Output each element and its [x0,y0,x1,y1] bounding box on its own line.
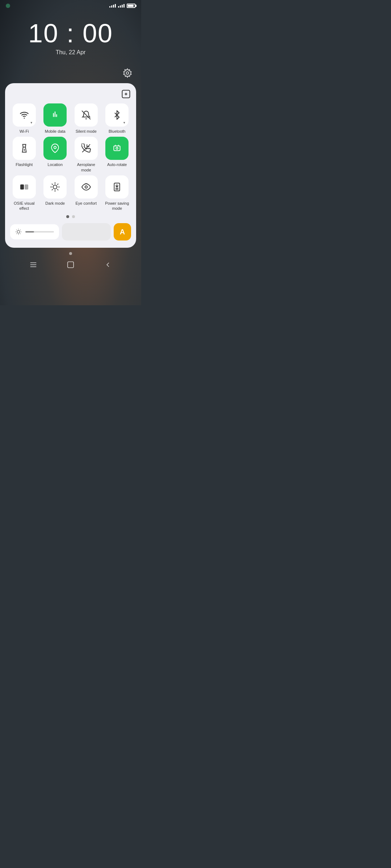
svg-line-18 [52,190,53,190]
svg-rect-10 [25,184,28,190]
svg-point-8 [116,148,118,149]
settings-icon-area [0,63,141,83]
wifi-button[interactable]: ▼ [13,103,36,127]
tile-power-saving: Power saving mode [103,175,131,211]
panel-edit-area [10,89,131,99]
battery-fill [128,5,134,7]
dark-mode-button[interactable] [43,175,67,199]
control-panel: ▼ Wi-Fi Mobile data Silent mode [5,83,136,248]
signal-bar [109,6,110,8]
tile-auto-rotate: Auto-rotate [103,137,131,173]
flashlight-label: Flashlight [16,162,33,167]
signal-bars-1 [109,4,116,8]
mobile-data-button[interactable] [43,103,67,127]
tile-silent-mode: Silent mode [72,103,100,134]
tile-location: Location [41,137,70,173]
brightness-icon [15,229,22,235]
eye-comfort-label: Eye comfort [75,201,97,206]
signal-bar [113,5,114,8]
silent-mode-button[interactable] [75,103,98,127]
bottom-controls: A [10,223,131,241]
settings-icon[interactable] [121,67,134,80]
eye-comfort-button[interactable] [75,175,98,199]
location-button[interactable] [43,137,67,160]
tile-wifi: ▼ Wi-Fi [10,103,38,134]
menu-button[interactable] [29,261,37,270]
svg-line-14 [52,184,53,184]
svg-point-11 [53,185,57,189]
tile-bluetooth: ▼ Bluetooth [103,103,131,134]
svg-point-20 [85,186,88,188]
page-dot-2 [72,215,75,218]
osie-label: OSIE visual effect [10,201,38,211]
bluetooth-label: Bluetooth [109,129,125,134]
back-button[interactable] [104,261,112,270]
mobile-data-label: Mobile data [45,129,66,134]
clock-date: Thu, 22 Apr [0,49,141,56]
battery-icon [127,4,135,8]
aeroplane-label: Aeroplane mode [73,162,99,173]
tile-eye-comfort: Eye comfort [72,175,100,211]
signal-bar [115,4,116,8]
tile-flashlight: Flashlight [10,137,38,173]
silent-mode-label: Silent mode [76,129,97,134]
status-icons [109,4,135,8]
signal-bar [122,5,123,8]
bluetooth-button[interactable]: ▼ [105,103,129,127]
signal-bars-2 [118,4,125,8]
brightness-fill [25,231,34,233]
power-saving-button[interactable] [105,175,129,199]
bt-dropdown-arrow: ▼ [123,121,126,124]
tile-aeroplane: Aeroplane mode [72,137,100,173]
svg-line-3 [82,111,91,119]
svg-point-25 [17,231,20,234]
page-dots [10,215,131,218]
clock-time: 10 : 00 [0,20,141,46]
status-bar [0,0,141,9]
location-label: Location [47,162,63,167]
svg-line-33 [20,230,21,230]
flashlight-button[interactable] [13,137,36,160]
svg-rect-9 [20,184,24,190]
tile-osie: OSIE visual effect [10,175,38,211]
auto-rotate-button[interactable] [105,137,129,160]
camera-indicator [6,4,10,8]
svg-line-32 [16,234,17,234]
tile-mobile-data: Mobile data [41,103,70,134]
wifi-dropdown-arrow: ▼ [30,121,33,124]
auto-rotate-label: Auto-rotate [107,162,127,167]
osie-button[interactable] [13,175,36,199]
wifi-label: Wi-Fi [20,129,29,134]
signal-bar [120,5,121,8]
edit-button[interactable] [121,89,131,99]
quick-tiles-grid: ▼ Wi-Fi Mobile data Silent mode [10,103,131,211]
signal-bar [123,4,125,8]
font-size-button[interactable]: A [114,223,131,241]
svg-line-15 [58,190,58,190]
aeroplane-button[interactable] [75,137,98,160]
svg-rect-7 [114,146,120,151]
dark-mode-label: Dark mode [45,201,65,206]
svg-point-5 [54,146,56,149]
svg-line-29 [20,234,21,234]
home-indicator-area [0,248,141,257]
clock-area: 10 : 00 Thu, 22 Apr [0,9,141,63]
home-dot [69,252,72,255]
svg-rect-37 [68,262,74,268]
brightness-control[interactable] [10,224,59,239]
volume-control[interactable] [62,223,111,241]
svg-point-0 [126,72,129,75]
svg-line-28 [16,230,17,230]
tile-dark-mode: Dark mode [41,175,70,211]
power-saving-label: Power saving mode [103,201,131,211]
nav-bar [0,257,141,276]
camera-dot [6,4,10,8]
home-button[interactable] [67,261,75,270]
svg-line-19 [58,184,58,184]
page-dot-1 [66,215,69,218]
signal-bar [111,5,112,8]
brightness-slider[interactable] [25,231,54,233]
signal-bar [118,6,119,8]
